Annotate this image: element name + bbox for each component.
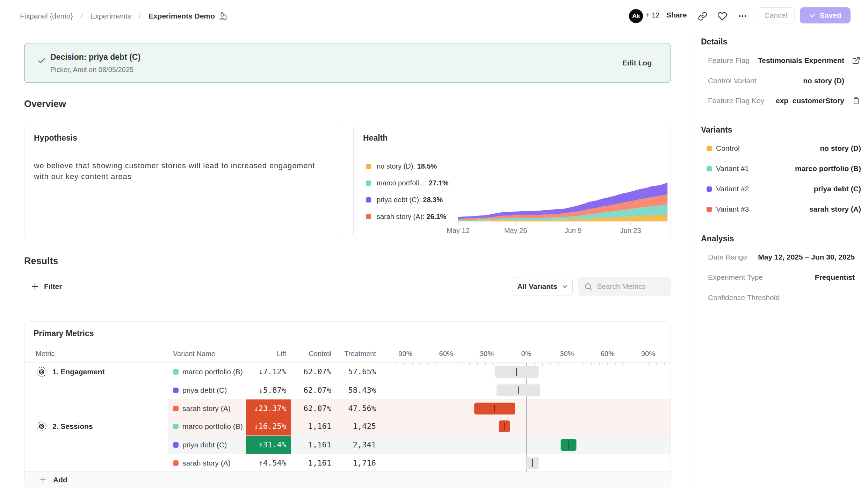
axis-tick-label: 60% [587, 345, 629, 362]
x-axis-tick-label: May 26 [504, 227, 527, 234]
variant-name-cell: marco portfolio (B) [168, 417, 246, 435]
variant-label: Variant #1 [716, 164, 749, 173]
metric-name: 1. Engagement [52, 368, 104, 376]
metrics-search [578, 277, 671, 296]
control-cell: 1,161 [291, 436, 331, 454]
analysis-label: Confidence Threshold [708, 293, 780, 302]
variant-row: Variant #1marco portfolio (B) [707, 163, 861, 174]
treatment-cell: 1,425 [331, 417, 376, 435]
metric-variant-row[interactable]: marco portfolio (B)↓16.25%1,1611,425 [168, 417, 671, 435]
variant-color-icon [173, 460, 179, 466]
detail-value: Testimonials Experiment [758, 56, 844, 65]
detail-value: no story (D) [803, 77, 844, 85]
cancel-button[interactable]: Cancel [757, 7, 795, 23]
details-heading: Details [701, 37, 727, 47]
breadcrumb-item-experiments[interactable]: Experiments [90, 12, 131, 20]
col-variant-name: Variant Name [173, 345, 215, 362]
metric-variant-row[interactable]: sarah story (A)↑4.54%1,1611,716 [168, 454, 671, 472]
detail-label: Control Variant [708, 77, 757, 85]
variant-name-cell: priya debt (C) [168, 381, 246, 399]
analysis-row: Experiment TypeFrequentist [708, 272, 855, 283]
x-axis-tick-label: Jun 23 [620, 227, 641, 234]
control-cell: 1,161 [291, 454, 331, 472]
overview-heading: Overview [24, 99, 66, 109]
lift-point-tick [494, 405, 495, 412]
treatment-cell: 58.43% [331, 381, 376, 399]
legend-swatch-icon [366, 164, 371, 169]
more-options-icon[interactable] [738, 11, 747, 21]
lift-cell: ↓16.25% [246, 417, 291, 435]
treatment-cell: 57.65% [331, 363, 376, 381]
control-cell: 1,161 [291, 417, 331, 435]
chevron-down-icon [562, 283, 568, 290]
treatment-cell: 1,716 [331, 454, 376, 472]
copy-link-icon[interactable] [697, 11, 707, 21]
metric-variant-row[interactable]: priya debt (C)↓5.87%62.07%58.43% [168, 381, 671, 399]
legend-label: priya debt (C): 28.3% [377, 196, 443, 204]
confidence-interval-cell [376, 454, 671, 472]
variant-color-icon [173, 442, 179, 448]
external-link-icon[interactable] [852, 56, 860, 65]
variant-name-cell: sarah story (A) [168, 399, 246, 418]
metric-group-cell[interactable]: 1. Engagement [24, 363, 168, 381]
metric-group-cell[interactable]: 2. Sessions [24, 417, 168, 435]
avatar[interactable]: Ak [629, 9, 643, 23]
axis-tick-label: 90% [627, 345, 669, 362]
legend-item[interactable]: marco portfoli...: 27.1% [366, 179, 449, 187]
saved-button[interactable]: Saved [800, 7, 851, 23]
metric-variant-row[interactable]: marco portfolio (B)↓7.12%62.07%57.65% [168, 363, 671, 381]
page-title: Experiments Demo [149, 12, 227, 21]
breadcrumb-item-project[interactable]: Fixpanel {demo} [20, 12, 73, 20]
share-button[interactable]: Share [666, 11, 687, 19]
variant-color-icon [173, 369, 179, 375]
axis-tick-label: -60% [424, 345, 466, 362]
control-cell: 62.07% [291, 363, 331, 381]
variants-heading: Variants [701, 125, 732, 135]
variant-color-icon [173, 388, 179, 393]
variant-name-cell: marco portfolio (B) [168, 363, 246, 381]
variant-color-icon [707, 207, 712, 212]
decision-banner: Decision: priya debt (C) Picker, Amit on… [24, 43, 671, 83]
variant-value: no story (D) [820, 144, 861, 153]
confidence-interval-cell [376, 363, 671, 381]
variants-filter-dropdown[interactable]: All Variants [513, 277, 573, 296]
health-title: Health [363, 124, 388, 152]
variant-color-icon [173, 406, 179, 411]
metric-variant-row[interactable]: priya debt (C)↑31.4%1,1612,341 [168, 435, 671, 454]
lift-cell: ↑31.4% [246, 436, 291, 454]
variant-label: Variant #2 [716, 185, 749, 193]
legend-item[interactable]: priya debt (C): 28.3% [366, 196, 443, 204]
microscope-icon [218, 12, 227, 21]
analysis-label: Date Range [708, 253, 747, 261]
control-cell: 62.07% [291, 399, 331, 418]
search-input[interactable] [597, 282, 663, 291]
detail-row: Control Variantno story (D) [708, 75, 860, 86]
divider [23, 304, 671, 304]
results-heading: Results [24, 256, 58, 267]
divider [24, 152, 339, 152]
variant-label: Control [716, 144, 740, 153]
axis-tick-label: 0% [505, 345, 547, 362]
legend-label: sarah story (A): 26.1% [377, 213, 446, 221]
edit-log-button[interactable]: Edit Log [622, 59, 652, 67]
variant-name-cell: sarah story (A) [168, 454, 246, 472]
add-metric-button[interactable]: Add [24, 471, 671, 488]
lift-cell: ↓23.37% [246, 399, 291, 418]
metric-variant-row[interactable]: sarah story (A)↓23.37%62.07%47.56% [168, 399, 671, 417]
lift-point-tick [569, 441, 570, 449]
legend-item[interactable]: no story (D): 18.5% [366, 162, 437, 170]
plus-icon [39, 476, 47, 484]
legend-item[interactable]: sarah story (A): 26.1% [366, 212, 446, 221]
hypothesis-body[interactable]: we believe that showing customer stories… [34, 161, 320, 182]
col-metric: Metric [36, 345, 55, 362]
favorite-heart-icon[interactable] [717, 11, 727, 21]
collaborators-count[interactable]: + 12 [646, 11, 659, 19]
axis-tick-label: -90% [383, 345, 425, 362]
add-filter-button[interactable]: Filter [31, 277, 62, 296]
variant-value: marco portfolio (B) [795, 164, 861, 173]
lift-point-tick [516, 368, 517, 376]
copy-icon[interactable] [852, 97, 860, 105]
search-icon [584, 282, 593, 291]
hypothesis-card: Hypothesis we believe that showing custo… [24, 124, 339, 240]
lift-point-tick [504, 423, 505, 430]
